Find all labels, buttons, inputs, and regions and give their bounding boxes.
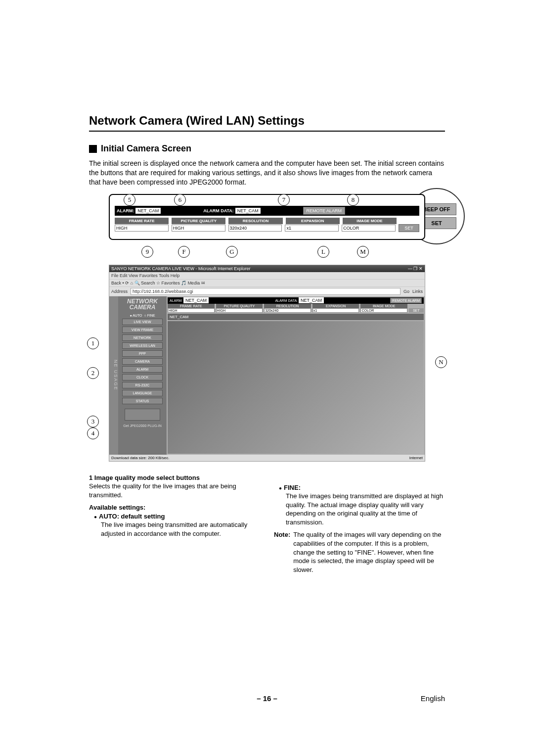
sidebar-view-frame[interactable]: VIEW FRAME xyxy=(122,327,163,333)
sidebar-clock[interactable]: CLOCK xyxy=(122,374,163,380)
control-strip-callout: 5 6 7 8 9 F G L M ALARM: NET_CAM ALARM D… xyxy=(109,194,425,240)
callout-11: G xyxy=(226,246,238,258)
settings-header-row: FRAME RATE PICTURE QUALITY RESOLUTION EX… xyxy=(115,218,419,224)
settings-select-row: HIGH HIGH 320x240 x1 COLOR SET xyxy=(115,224,419,232)
logo-line1: NETWORK xyxy=(127,298,158,304)
auto-text: The live images being transmitted are au… xyxy=(89,520,260,538)
sidebar-alarm[interactable]: ALARM xyxy=(122,366,163,373)
sidebar-language[interactable]: LANGUAGE xyxy=(122,390,163,396)
browser-menu[interactable]: File Edit View Favorites Tools Help xyxy=(109,272,425,280)
callout-2: 2 xyxy=(87,367,99,379)
browser-window: SANYO NETWORK CAMERA LIVE VIEW - Microso… xyxy=(109,265,425,462)
mini-set-button[interactable]: SET xyxy=(409,308,424,313)
mode-fine-radio[interactable]: ○ FINE xyxy=(144,314,155,317)
mini-imagemode-sel[interactable]: COLOR xyxy=(360,308,407,313)
frame-rate-select[interactable]: HIGH xyxy=(115,225,169,232)
page-number: – 16 – xyxy=(257,694,277,703)
alarm-data-value: NET_CAM xyxy=(235,208,261,214)
mini-alarm-data-value: NET_CAM xyxy=(299,297,324,303)
callout-9: 9 xyxy=(141,246,153,258)
sidebar: NETWORK CAMERA ● AUTO ○ FINE LIVE VIEW V… xyxy=(118,296,167,455)
page-title: Network Camera (Wired LAN) Settings xyxy=(89,114,445,132)
remote-alarm-button[interactable]: REMOTE ALARM xyxy=(303,207,346,215)
sidebar-wireless-lan[interactable]: WIRELESS LAN xyxy=(122,342,163,349)
alarm-label: ALARM: xyxy=(117,208,134,213)
callout-13: M xyxy=(357,246,369,258)
auto-setting-row: AUTO: default setting xyxy=(89,512,260,521)
alarm-value: NET_CAM xyxy=(135,208,161,214)
browser-address-bar: Address http://192.168.0.2/webbase.cgi G… xyxy=(109,287,425,296)
callout-7: 7 xyxy=(278,194,290,206)
go-button[interactable]: Go xyxy=(403,289,409,294)
mini-remote-alarm[interactable]: REMOTE ALARM xyxy=(390,298,422,303)
fine-text: The live images being transmitted are di… xyxy=(274,492,445,526)
browser-title: SANYO NETWORK CAMERA LIVE VIEW - Microso… xyxy=(111,266,251,271)
mini-expansion-sel[interactable]: x1 xyxy=(312,308,359,313)
browser-toolbar[interactable]: Back • ⟳ ⌂ 🔍 Search ☆ Favorites 🎵 Media … xyxy=(109,280,425,287)
logo: NETWORK CAMERA xyxy=(127,298,158,310)
sidebar-ppp[interactable]: PPP xyxy=(122,350,163,357)
plugin-link[interactable]: Get JPEG2000 PLUG-IN xyxy=(123,424,161,427)
callout-8: 8 xyxy=(347,194,359,206)
figure: BEEP OFF SET 5 6 7 8 9 F G L M ALARM: NE… xyxy=(109,194,425,462)
browser-titlebar: SANYO NETWORK CAMERA LIVE VIEW - Microso… xyxy=(109,265,425,272)
mini-resolution-sel[interactable]: 320x240 xyxy=(264,308,311,313)
status-left: Download data size: 200 KB/sec. xyxy=(111,456,169,460)
callout-6: 6 xyxy=(174,194,186,206)
resolution-header: RESOLUTION xyxy=(228,218,282,224)
callout-5: 5 xyxy=(124,194,135,206)
expansion-header: EXPANSION xyxy=(286,218,340,224)
links-label: Links xyxy=(412,289,423,294)
sidebar-thumbnail xyxy=(125,409,160,421)
sidebar-network[interactable]: NETWORK xyxy=(122,334,163,341)
mini-expansion-hdr: EXPANSION xyxy=(312,304,359,308)
section-heading: Initial Camera Screen xyxy=(101,143,191,154)
body-columns: 1 Image quality mode select buttons Sele… xyxy=(89,473,445,574)
alarm-data-label: ALARM DATA: xyxy=(203,208,234,213)
fine-setting-row: FINE: xyxy=(274,483,445,492)
status-right: Internet xyxy=(409,456,423,460)
section-bullet-icon xyxy=(89,145,97,153)
mini-picquality-sel[interactable]: HIGH xyxy=(216,308,263,313)
note-row: Note: The quality of the images will var… xyxy=(274,530,445,574)
logo-line2: CAMERA xyxy=(127,304,158,310)
usage-strip: NE USAGE xyxy=(109,296,118,455)
browser-statusbar: Download data size: 200 KB/sec. Internet xyxy=(109,455,425,461)
live-image xyxy=(168,321,424,454)
main-area: ALARM: NET_CAM ALARM DATA: NET_CAM REMOT… xyxy=(167,296,425,455)
window-controls-icon[interactable]: — ❐ ✕ xyxy=(408,266,423,271)
picture-quality-header: PICTURE QUALITY xyxy=(172,218,225,224)
sidebar-rs232c[interactable]: RS-232C xyxy=(122,382,163,388)
sidebar-camera[interactable]: CAMERA xyxy=(122,358,163,365)
sidebar-live-view[interactable]: LIVE VIEW xyxy=(122,319,163,325)
mini-alarm-data-label: ALARM DATA: xyxy=(275,299,298,302)
callout-10: F xyxy=(178,246,190,258)
note-label: Note: xyxy=(274,530,290,574)
mini-imagemode-hdr: IMAGE MODE xyxy=(360,304,407,308)
item1-head: 1 Image quality mode select buttons xyxy=(89,473,260,482)
mini-resolution-hdr: RESOLUTION xyxy=(264,304,311,308)
address-label: Address xyxy=(111,289,128,294)
image-mode-select[interactable]: COLOR xyxy=(342,225,396,232)
callout-12: L xyxy=(317,246,329,258)
mode-auto-radio[interactable]: ● AUTO xyxy=(130,314,142,317)
item1-text: Selects the quality for the live images … xyxy=(89,482,260,499)
browser-body: NE USAGE NETWORK CAMERA ● AUTO ○ FINE LI… xyxy=(109,296,425,455)
callout-3: 3 xyxy=(87,416,99,427)
picture-quality-select[interactable]: HIGH xyxy=(172,225,225,232)
footer: – 16 – English xyxy=(89,694,445,703)
expansion-select[interactable]: x1 xyxy=(285,225,339,232)
resolution-select[interactable]: 320x240 xyxy=(228,225,282,232)
right-column: FINE: The live images being transmitted … xyxy=(274,473,445,574)
mini-framerate-sel[interactable]: HIGH xyxy=(168,308,215,313)
sidebar-status[interactable]: STATUS xyxy=(122,398,163,404)
netcam-bar: NET_CAM xyxy=(168,314,424,320)
alarm-row: ALARM: NET_CAM ALARM DATA: NET_CAM REMOT… xyxy=(115,206,419,216)
callout-14: N xyxy=(435,356,447,368)
image-mode-header: IMAGE MODE xyxy=(343,218,397,224)
fine-head: FINE: xyxy=(279,483,301,492)
mini-alarm-value: NET_CAM xyxy=(183,297,209,303)
set-button[interactable]: SET xyxy=(399,224,419,232)
mini-alarm-label: ALARM: xyxy=(170,299,182,302)
address-input[interactable]: http://192.168.0.2/webbase.cgi xyxy=(131,288,400,295)
